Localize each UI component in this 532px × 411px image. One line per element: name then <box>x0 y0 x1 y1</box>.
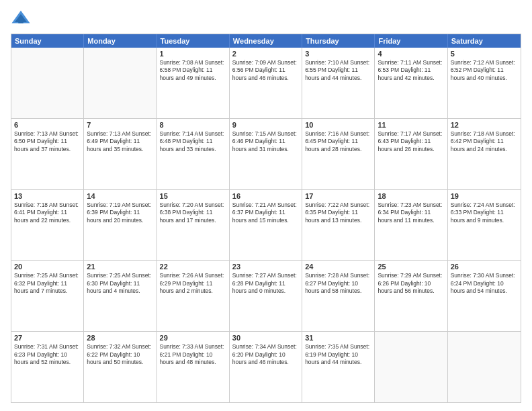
day-cell-25: 25Sunrise: 7:29 AM Sunset: 6:26 PM Dayli… <box>375 261 447 331</box>
day-cell-23: 23Sunrise: 7:27 AM Sunset: 6:28 PM Dayli… <box>230 261 302 331</box>
day-cell-13: 13Sunrise: 7:18 AM Sunset: 6:41 PM Dayli… <box>11 190 84 261</box>
day-number-28: 28 <box>87 334 153 342</box>
day-cell-6: 6Sunrise: 7:13 AM Sunset: 6:50 PM Daylig… <box>11 119 84 189</box>
day-cell-8: 8Sunrise: 7:14 AM Sunset: 6:48 PM Daylig… <box>157 119 230 189</box>
page: SundayMondayTuesdayWednesdayThursdayFrid… <box>0 0 532 411</box>
day-number-3: 3 <box>305 50 371 58</box>
day-cell-26: 26Sunrise: 7:30 AM Sunset: 6:24 PM Dayli… <box>448 261 521 331</box>
day-cell-27: 27Sunrise: 7:31 AM Sunset: 6:23 PM Dayli… <box>11 332 84 402</box>
day-info-12: Sunrise: 7:18 AM Sunset: 6:42 PM Dayligh… <box>451 130 518 153</box>
day-info-17: Sunrise: 7:22 AM Sunset: 6:35 PM Dayligh… <box>305 201 371 224</box>
header-cell-thursday: Thursday <box>302 34 375 48</box>
day-number-30: 30 <box>232 334 299 342</box>
day-number-31: 31 <box>305 334 371 342</box>
day-cell-15: 15Sunrise: 7:20 AM Sunset: 6:38 PM Dayli… <box>157 190 230 261</box>
calendar-body: 1Sunrise: 7:08 AM Sunset: 6:58 PM Daylig… <box>11 48 521 402</box>
calendar-row-0: 1Sunrise: 7:08 AM Sunset: 6:58 PM Daylig… <box>11 48 521 118</box>
day-info-31: Sunrise: 7:35 AM Sunset: 6:19 PM Dayligh… <box>305 343 371 366</box>
day-cell-7: 7Sunrise: 7:13 AM Sunset: 6:49 PM Daylig… <box>84 119 157 189</box>
day-info-18: Sunrise: 7:23 AM Sunset: 6:34 PM Dayligh… <box>378 201 444 224</box>
day-number-5: 5 <box>451 50 518 58</box>
day-info-24: Sunrise: 7:28 AM Sunset: 6:27 PM Dayligh… <box>305 272 371 295</box>
empty-cell-0-0 <box>11 48 84 118</box>
day-number-12: 12 <box>451 121 518 129</box>
header-cell-saturday: Saturday <box>448 34 521 48</box>
day-number-22: 22 <box>160 263 226 271</box>
day-number-29: 29 <box>160 334 226 342</box>
logo <box>11 8 34 28</box>
day-cell-17: 17Sunrise: 7:22 AM Sunset: 6:35 PM Dayli… <box>302 190 375 261</box>
day-number-26: 26 <box>451 263 518 271</box>
day-cell-30: 30Sunrise: 7:34 AM Sunset: 6:20 PM Dayli… <box>230 332 302 402</box>
day-cell-24: 24Sunrise: 7:28 AM Sunset: 6:27 PM Dayli… <box>302 261 375 331</box>
day-number-15: 15 <box>160 192 226 200</box>
day-number-14: 14 <box>87 192 153 200</box>
day-info-23: Sunrise: 7:27 AM Sunset: 6:28 PM Dayligh… <box>232 272 299 295</box>
day-cell-16: 16Sunrise: 7:21 AM Sunset: 6:37 PM Dayli… <box>230 190 302 261</box>
logo-icon <box>11 8 31 28</box>
day-number-9: 9 <box>232 121 299 129</box>
day-number-24: 24 <box>305 263 371 271</box>
day-info-6: Sunrise: 7:13 AM Sunset: 6:50 PM Dayligh… <box>14 130 81 153</box>
day-info-16: Sunrise: 7:21 AM Sunset: 6:37 PM Dayligh… <box>232 201 299 224</box>
day-cell-21: 21Sunrise: 7:25 AM Sunset: 6:30 PM Dayli… <box>84 261 157 331</box>
empty-cell-4-5 <box>375 332 447 402</box>
day-number-7: 7 <box>87 121 153 129</box>
day-info-14: Sunrise: 7:19 AM Sunset: 6:39 PM Dayligh… <box>87 201 153 224</box>
svg-rect-2 <box>18 19 24 24</box>
day-number-6: 6 <box>14 121 81 129</box>
day-number-17: 17 <box>305 192 371 200</box>
day-number-20: 20 <box>14 263 81 271</box>
day-info-10: Sunrise: 7:16 AM Sunset: 6:45 PM Dayligh… <box>305 130 371 153</box>
day-cell-5: 5Sunrise: 7:12 AM Sunset: 6:52 PM Daylig… <box>448 48 521 118</box>
day-info-2: Sunrise: 7:09 AM Sunset: 6:56 PM Dayligh… <box>232 59 299 82</box>
day-info-9: Sunrise: 7:15 AM Sunset: 6:46 PM Dayligh… <box>232 130 299 153</box>
day-info-3: Sunrise: 7:10 AM Sunset: 6:55 PM Dayligh… <box>305 59 371 82</box>
empty-cell-4-6 <box>448 332 521 402</box>
day-cell-2: 2Sunrise: 7:09 AM Sunset: 6:56 PM Daylig… <box>230 48 302 118</box>
calendar-row-4: 27Sunrise: 7:31 AM Sunset: 6:23 PM Dayli… <box>11 331 521 402</box>
day-info-21: Sunrise: 7:25 AM Sunset: 6:30 PM Dayligh… <box>87 272 153 295</box>
day-number-1: 1 <box>160 50 226 58</box>
day-cell-12: 12Sunrise: 7:18 AM Sunset: 6:42 PM Dayli… <box>448 119 521 189</box>
day-info-30: Sunrise: 7:34 AM Sunset: 6:20 PM Dayligh… <box>232 343 299 366</box>
calendar-header: SundayMondayTuesdayWednesdayThursdayFrid… <box>11 34 521 48</box>
header-cell-friday: Friday <box>375 34 447 48</box>
day-number-2: 2 <box>232 50 299 58</box>
day-cell-22: 22Sunrise: 7:26 AM Sunset: 6:29 PM Dayli… <box>157 261 230 331</box>
day-info-11: Sunrise: 7:17 AM Sunset: 6:43 PM Dayligh… <box>378 130 444 153</box>
day-info-28: Sunrise: 7:32 AM Sunset: 6:22 PM Dayligh… <box>87 343 153 366</box>
day-number-19: 19 <box>451 192 518 200</box>
day-info-1: Sunrise: 7:08 AM Sunset: 6:58 PM Dayligh… <box>160 59 226 82</box>
header-cell-sunday: Sunday <box>11 34 84 48</box>
day-info-19: Sunrise: 7:24 AM Sunset: 6:33 PM Dayligh… <box>451 201 518 224</box>
day-info-13: Sunrise: 7:18 AM Sunset: 6:41 PM Dayligh… <box>14 201 81 224</box>
empty-cell-0-1 <box>84 48 157 118</box>
day-info-4: Sunrise: 7:11 AM Sunset: 6:53 PM Dayligh… <box>378 59 444 82</box>
day-cell-18: 18Sunrise: 7:23 AM Sunset: 6:34 PM Dayli… <box>375 190 447 261</box>
day-info-22: Sunrise: 7:26 AM Sunset: 6:29 PM Dayligh… <box>160 272 226 295</box>
calendar-row-2: 13Sunrise: 7:18 AM Sunset: 6:41 PM Dayli… <box>11 189 521 261</box>
day-number-18: 18 <box>378 192 444 200</box>
day-number-10: 10 <box>305 121 371 129</box>
day-info-8: Sunrise: 7:14 AM Sunset: 6:48 PM Dayligh… <box>160 130 226 153</box>
day-number-4: 4 <box>378 50 444 58</box>
calendar-row-3: 20Sunrise: 7:25 AM Sunset: 6:32 PM Dayli… <box>11 260 521 331</box>
header <box>11 8 521 28</box>
day-number-23: 23 <box>232 263 299 271</box>
day-number-16: 16 <box>232 192 299 200</box>
calendar: SundayMondayTuesdayWednesdayThursdayFrid… <box>11 34 521 403</box>
day-info-27: Sunrise: 7:31 AM Sunset: 6:23 PM Dayligh… <box>14 343 81 366</box>
header-cell-tuesday: Tuesday <box>157 34 230 48</box>
day-cell-14: 14Sunrise: 7:19 AM Sunset: 6:39 PM Dayli… <box>84 190 157 261</box>
day-cell-10: 10Sunrise: 7:16 AM Sunset: 6:45 PM Dayli… <box>302 119 375 189</box>
day-cell-11: 11Sunrise: 7:17 AM Sunset: 6:43 PM Dayli… <box>375 119 447 189</box>
header-cell-wednesday: Wednesday <box>230 34 302 48</box>
day-cell-20: 20Sunrise: 7:25 AM Sunset: 6:32 PM Dayli… <box>11 261 84 331</box>
day-cell-19: 19Sunrise: 7:24 AM Sunset: 6:33 PM Dayli… <box>448 190 521 261</box>
day-number-8: 8 <box>160 121 226 129</box>
day-cell-3: 3Sunrise: 7:10 AM Sunset: 6:55 PM Daylig… <box>302 48 375 118</box>
day-number-27: 27 <box>14 334 81 342</box>
day-info-29: Sunrise: 7:33 AM Sunset: 6:21 PM Dayligh… <box>160 343 226 366</box>
day-cell-29: 29Sunrise: 7:33 AM Sunset: 6:21 PM Dayli… <box>157 332 230 402</box>
